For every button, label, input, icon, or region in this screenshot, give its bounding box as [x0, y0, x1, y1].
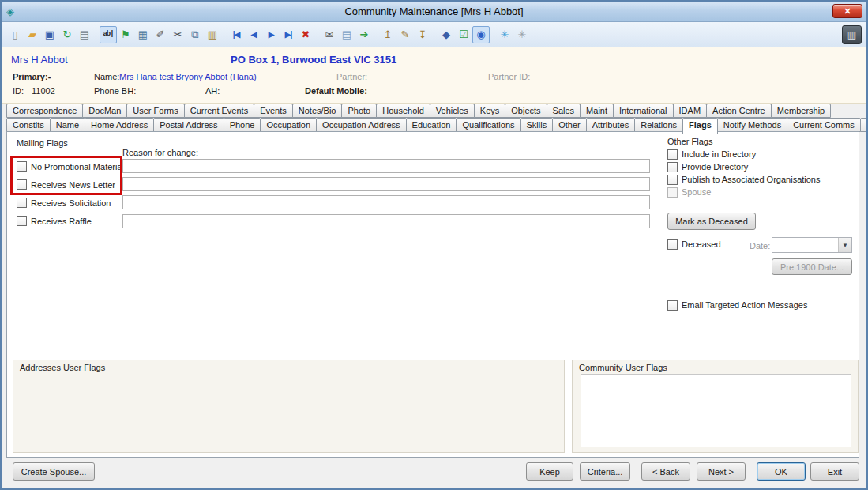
- community-user-flags-list[interactable]: [581, 374, 851, 447]
- tab[interactable]: Occupation Address: [316, 118, 406, 132]
- tab[interactable]: Sales: [547, 104, 581, 118]
- person-name-link[interactable]: Mrs H Abbot: [11, 54, 68, 66]
- other-flag-checkbox[interactable]: Publish to Associated Organisations: [667, 173, 821, 186]
- grid-icon[interactable]: ▦: [134, 26, 152, 43]
- reason-for-change-input-2[interactable]: [122, 177, 650, 191]
- tab[interactable]: Household: [376, 104, 430, 118]
- checkbox-box[interactable]: [667, 162, 678, 172]
- tab[interactable]: Skills: [520, 118, 554, 132]
- send-icon[interactable]: ➔: [355, 26, 373, 43]
- mailing-flag-checkbox[interactable]: No Promotional Material: [17, 157, 124, 175]
- email-icon[interactable]: ✉: [321, 26, 338, 43]
- close-button[interactable]: ✕: [832, 4, 862, 18]
- back-button[interactable]: < Back: [641, 462, 690, 481]
- link-records-icon[interactable]: ✳: [496, 26, 513, 43]
- other-flag-checkbox[interactable]: Provide Directory: [667, 160, 821, 173]
- flag-icon[interactable]: ⚑: [117, 26, 134, 43]
- tab[interactable]: International: [613, 104, 674, 118]
- clipboard-up-icon[interactable]: ↥: [379, 26, 396, 43]
- deceased-date-combobox[interactable]: ▾: [772, 237, 852, 253]
- open-folder-icon[interactable]: ▰: [24, 26, 41, 43]
- tab[interactable]: Correspondence: [6, 104, 83, 118]
- checkbox-box[interactable]: [17, 198, 27, 208]
- previous-record-icon[interactable]: ◀: [245, 26, 262, 43]
- tab[interactable]: Education: [406, 118, 457, 132]
- reason-for-change-input-1[interactable]: [122, 159, 650, 173]
- tab[interactable]: Comms: [860, 118, 868, 132]
- save-icon[interactable]: ▣: [41, 26, 58, 43]
- keep-button[interactable]: Keep: [526, 462, 573, 481]
- create-spouse-button[interactable]: Create Spouse...: [13, 462, 95, 481]
- email-targeted-checkbox[interactable]: Email Targeted Action Messages: [667, 299, 807, 311]
- checkbox-box[interactable]: [667, 149, 678, 160]
- tab[interactable]: Postal Address: [153, 118, 224, 132]
- pre-1900-date-button[interactable]: Pre 1900 Date...: [772, 258, 852, 275]
- name-value[interactable]: Mrs Hana test Bryony Abbot (Hana): [119, 72, 257, 81]
- tab[interactable]: Relations: [634, 118, 683, 132]
- chevron-down-icon[interactable]: ▾: [838, 238, 851, 252]
- tab[interactable]: Constits: [6, 118, 51, 132]
- signature-icon[interactable]: ✐: [152, 26, 169, 43]
- pin-icon[interactable]: ◉: [472, 26, 490, 43]
- cut-icon[interactable]: ✂: [169, 26, 186, 43]
- refresh-icon[interactable]: ↻: [58, 26, 76, 43]
- address-link[interactable]: PO Box 1, Burwood East VIC 3151: [231, 54, 396, 66]
- textbox-field-icon[interactable]: ab|: [100, 26, 117, 43]
- tab[interactable]: DocMan: [82, 104, 127, 118]
- criteria-button[interactable]: Criteria...: [580, 462, 630, 481]
- delete-icon[interactable]: ✖: [297, 26, 314, 43]
- tab[interactable]: Name: [50, 118, 85, 132]
- reason-for-change-input-4[interactable]: [122, 214, 650, 228]
- ok-button[interactable]: OK: [757, 462, 806, 481]
- paste-icon[interactable]: ▥: [204, 26, 221, 43]
- checkbox-box[interactable]: [667, 175, 678, 185]
- next-record-icon[interactable]: ▶: [262, 26, 280, 43]
- tab[interactable]: Notes/Bio: [292, 104, 343, 118]
- checkbox-box[interactable]: [17, 216, 27, 226]
- tab[interactable]: Photo: [341, 104, 377, 118]
- last-record-icon[interactable]: ▶|: [280, 26, 297, 43]
- titlebar[interactable]: ◈ Community Maintenance [Mrs H Abbot] ✕: [2, 2, 866, 22]
- tab[interactable]: Current Events: [184, 104, 254, 118]
- tab[interactable]: Home Address: [85, 118, 154, 132]
- tab[interactable]: Phone: [224, 118, 261, 132]
- print-icon[interactable]: ▤: [76, 26, 93, 43]
- tab[interactable]: IDAM: [673, 104, 708, 118]
- clipboard-down-icon[interactable]: ↧: [414, 26, 431, 43]
- tab[interactable]: Occupation: [260, 118, 317, 132]
- deceased-checkbox[interactable]: Deceased: [667, 238, 721, 251]
- next-button[interactable]: Next >: [697, 462, 746, 481]
- unlink-records-icon[interactable]: ✳: [513, 26, 531, 43]
- checkbox-box[interactable]: [17, 161, 27, 172]
- checkbox-box[interactable]: [667, 239, 678, 250]
- new-document-icon[interactable]: ▯: [6, 26, 24, 43]
- other-flag-checkbox[interactable]: Spouse: [667, 186, 821, 198]
- tab[interactable]: Notify Methods: [717, 118, 787, 132]
- tab[interactable]: Keys: [474, 104, 505, 118]
- tab[interactable]: Flags: [682, 118, 718, 134]
- tab[interactable]: Vehicles: [430, 104, 475, 118]
- tab[interactable]: Attributes: [586, 118, 635, 132]
- copy-icon[interactable]: ⧉: [186, 26, 204, 43]
- mailing-flag-checkbox[interactable]: Receives Solicitation: [17, 194, 124, 212]
- tab[interactable]: Events: [254, 104, 293, 118]
- tab[interactable]: Current Comms: [787, 118, 861, 132]
- tab[interactable]: Maint: [580, 104, 614, 118]
- mark-as-deceased-button[interactable]: Mark as Deceased: [667, 213, 756, 230]
- other-flag-checkbox[interactable]: Include in Directory: [667, 148, 821, 160]
- clipboard-edit-icon[interactable]: ✎: [396, 26, 414, 43]
- side-panel-toggle-button[interactable]: ▥: [842, 25, 862, 44]
- checkbox-box[interactable]: [17, 179, 27, 190]
- tag-icon[interactable]: ◆: [438, 26, 455, 43]
- tab[interactable]: Other: [552, 118, 587, 132]
- checkbox-box[interactable]: [667, 187, 678, 198]
- task-complete-icon[interactable]: ☑: [455, 26, 472, 43]
- tab[interactable]: User Forms: [126, 104, 184, 118]
- mailing-flag-checkbox[interactable]: Receives News Letter: [17, 175, 124, 194]
- mailing-flag-checkbox[interactable]: Receives Raffle: [17, 212, 124, 230]
- tab[interactable]: Qualifications: [456, 118, 520, 132]
- exit-button[interactable]: Exit: [810, 462, 859, 481]
- tab[interactable]: Membership: [771, 104, 832, 118]
- checkbox-box[interactable]: [667, 300, 678, 311]
- tab[interactable]: Action Centre: [706, 104, 772, 118]
